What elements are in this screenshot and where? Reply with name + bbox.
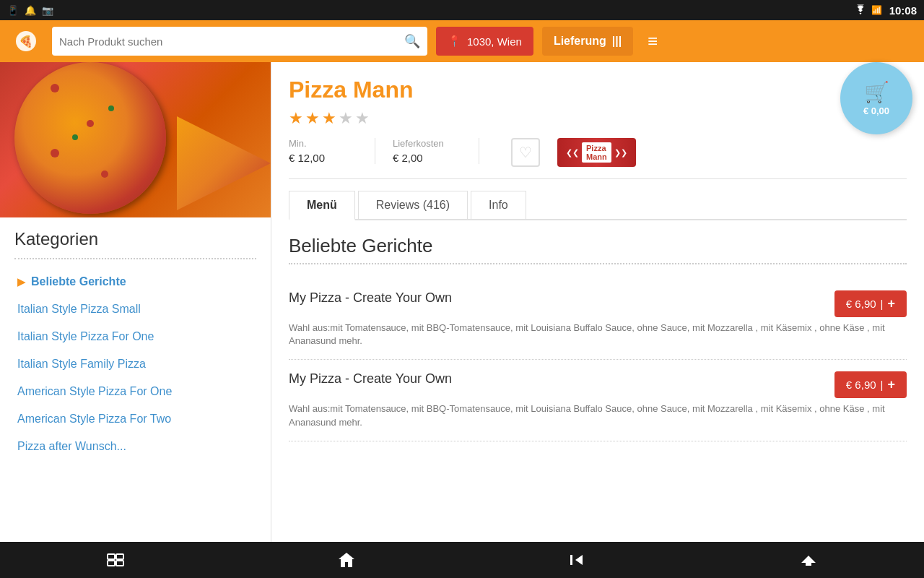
delivery-button[interactable]: Lieferung ||| (542, 27, 633, 56)
category-label-1: Italian Style Pizza Small (17, 303, 141, 316)
notification-icon-3: 📷 (42, 5, 53, 16)
notification-icon-2: 🔔 (25, 5, 36, 16)
menu-item-1: My Pizza - Create Your Own € 6,90 | + Wa… (289, 360, 907, 441)
category-item-american-two[interactable]: American Style Pizza For Two (14, 405, 256, 433)
cart-icon: 🛒 (864, 80, 889, 104)
restaurant-logo: ❮❮ PizzaMann ❯❯ (557, 138, 636, 167)
wifi-icon (854, 4, 867, 17)
star-3: ★ (322, 109, 336, 128)
tab-reviews[interactable]: Reviews (416) (358, 191, 468, 219)
min-order-col: Min. € 12,00 (289, 138, 375, 164)
category-label-4: American Style Pizza For One (17, 385, 172, 398)
svg-rect-5 (116, 561, 123, 566)
search-input[interactable] (59, 35, 404, 48)
status-icons-right: 📶 10:08 (854, 4, 917, 17)
signal-icon: 📶 (871, 5, 882, 15)
categories-divider (14, 258, 256, 259)
delivery-icon: ||| (612, 35, 622, 48)
nav-back-button[interactable] (556, 545, 599, 574)
menu-item-1-desc: Wahl aus:mit Tomatensauce, mit BBQ-Tomat… (289, 402, 907, 428)
hamburger-menu-button[interactable]: ≡ (642, 31, 663, 51)
pizza-slice (177, 116, 271, 210)
add-icon-0: + (887, 296, 895, 311)
tab-reviews-label: Reviews (416) (376, 199, 450, 211)
star-4: ★ (339, 109, 353, 128)
favorite-button[interactable]: ♡ (511, 138, 540, 167)
menu-item-0: My Pizza - Create Your Own € 6,90 | + Wa… (289, 279, 907, 360)
star-2: ★ (305, 109, 320, 128)
logo-text: PizzaMann (582, 142, 611, 163)
category-item-beliebte[interactable]: ▶ Beliebte Gerichte (14, 268, 256, 296)
category-item-family-pizza[interactable]: Italian Style Family Pizza (14, 350, 256, 378)
status-bar-left-icons: 📱 🔔 📷 (7, 5, 53, 16)
tab-bar: Menü Reviews (416) Info (289, 191, 907, 220)
pipe-separator-1: | (881, 379, 884, 391)
menu-item-1-add-button[interactable]: € 6,90 | + (834, 371, 907, 398)
notification-icon-1: 📱 (7, 5, 19, 16)
category-label-0: Beliebte Gerichte (31, 275, 126, 288)
nav-recent-button[interactable] (94, 545, 137, 574)
svg-rect-2 (108, 554, 115, 559)
svg-text:🍕: 🍕 (19, 35, 33, 48)
hamburger-icon: ≡ (648, 31, 658, 51)
tab-info-label: Info (489, 199, 508, 211)
price-0: € 6,90 (846, 298, 876, 310)
tab-menu-label: Menü (307, 199, 337, 211)
location-pin-icon: 📍 (448, 35, 461, 48)
main-content: Kategorien ▶ Beliebte Gerichte Italian S… (0, 62, 924, 542)
pizza-hero-image (0, 62, 271, 217)
menu-item-1-name: My Pizza - Create Your Own (289, 371, 452, 387)
menu-item-0-row: My Pizza - Create Your Own € 6,90 | + (289, 290, 907, 317)
section-divider (289, 263, 907, 264)
search-container: 🔍 (52, 27, 427, 56)
search-icon[interactable]: 🔍 (404, 33, 420, 49)
logo-button[interactable]: 🍕 (9, 24, 43, 59)
location-button[interactable]: 📍 1030, Wien (436, 27, 533, 56)
menu-item-0-desc: Wahl aus:mit Tomatensauce, mit BBQ-Tomat… (289, 322, 907, 348)
star-5: ★ (355, 109, 370, 128)
info-row: Min. € 12,00 Lieferkosten € 2,00 ♡ ❮❮ Pi… (289, 138, 907, 179)
delivery-cost-value: € 2,00 (393, 152, 461, 164)
star-1: ★ (289, 109, 303, 128)
star-rating: ★ ★ ★ ★ ★ (289, 109, 907, 128)
bottom-navigation (0, 542, 924, 578)
pizza-circle (14, 62, 166, 214)
tab-info[interactable]: Info (471, 191, 526, 219)
tab-menu[interactable]: Menü (289, 191, 355, 220)
category-arrow-icon: ▶ (17, 276, 25, 288)
category-label-5: American Style Pizza For Two (17, 413, 171, 426)
nav-home-button[interactable] (325, 545, 368, 574)
right-panel: 🛒 € 0,00 Pizza Mann ★ ★ ★ ★ ★ Min. € 12,… (271, 62, 924, 542)
nav-scroll-top-button[interactable] (787, 545, 830, 574)
category-label-3: Italian Style Family Pizza (17, 358, 146, 371)
min-label: Min. (289, 138, 357, 149)
category-item-american-one[interactable]: American Style Pizza For One (14, 378, 256, 405)
left-panel: Kategorien ▶ Beliebte Gerichte Italian S… (0, 62, 271, 542)
status-bar: 📱 🔔 📷 📶 10:08 (0, 0, 924, 20)
heart-icon: ♡ (519, 144, 532, 161)
location-label: 1030, Wien (467, 35, 522, 48)
cart-badge[interactable]: 🛒 € 0,00 (840, 62, 912, 134)
category-item-pizza-small[interactable]: Italian Style Pizza Small (14, 296, 256, 323)
cart-price: € 0,00 (863, 105, 889, 116)
category-label-2: Italian Style Pizza For One (17, 330, 154, 343)
delivery-cost-label: Lieferkosten (393, 138, 461, 149)
svg-rect-4 (108, 561, 115, 566)
time-display: 10:08 (889, 4, 917, 17)
categories-section: Kategorien ▶ Beliebte Gerichte Italian S… (0, 217, 271, 472)
header: 🍕 🔍 📍 1030, Wien Lieferung ||| ≡ (0, 20, 924, 62)
menu-item-0-name: My Pizza - Create Your Own (289, 290, 452, 306)
category-label-6: Pizza after Wunsch... (17, 440, 126, 453)
delivery-label: Lieferung (554, 35, 606, 48)
menu-item-1-row: My Pizza - Create Your Own € 6,90 | + (289, 371, 907, 398)
section-title: Beliebte Gerichte (289, 235, 907, 257)
categories-title: Kategorien (14, 229, 256, 249)
category-item-pizza-wunsch[interactable]: Pizza after Wunsch... (14, 433, 256, 460)
min-value: € 12,00 (289, 152, 357, 164)
pipe-separator-0: | (881, 298, 884, 310)
category-item-pizza-for-one[interactable]: Italian Style Pizza For One (14, 323, 256, 350)
svg-rect-3 (116, 554, 123, 559)
price-1: € 6,90 (846, 379, 876, 391)
restaurant-name: Pizza Mann (289, 77, 907, 103)
menu-item-0-add-button[interactable]: € 6,90 | + (834, 290, 907, 317)
